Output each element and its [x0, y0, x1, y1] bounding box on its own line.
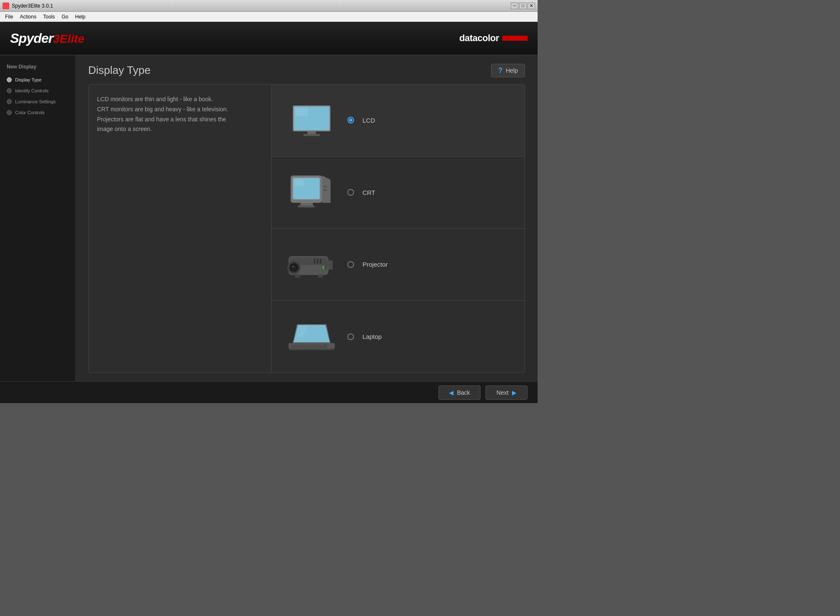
- bullet-identify-controls: [7, 88, 12, 93]
- help-label: Help: [506, 67, 518, 74]
- svg-rect-22: [314, 259, 315, 264]
- svg-rect-43: [319, 344, 321, 346]
- radio-projector[interactable]: [347, 261, 354, 268]
- sidebar-label-luminance-settings: Luminance Settings: [15, 99, 56, 104]
- minimize-button[interactable]: ─: [511, 3, 518, 9]
- svg-rect-36: [298, 344, 301, 346]
- svg-rect-26: [295, 274, 300, 278]
- svg-rect-46: [290, 349, 333, 350]
- window-title: Spyder3Elite 3.0.1: [12, 3, 511, 9]
- menu-file[interactable]: File: [2, 12, 16, 21]
- logo-spyder: Spyder: [10, 31, 53, 46]
- svg-rect-45: [305, 346, 315, 348]
- option-projector[interactable]: Projector: [272, 229, 525, 301]
- svg-rect-14: [323, 189, 327, 191]
- sidebar-item-identify-controls[interactable]: Identify Controls: [7, 87, 75, 95]
- option-lcd[interactable]: LCD: [272, 84, 525, 157]
- svg-rect-5: [295, 108, 308, 116]
- svg-rect-40: [310, 344, 312, 346]
- crt-icon: [284, 171, 339, 213]
- option-crt[interactable]: CRT: [272, 157, 525, 229]
- back-label: Back: [457, 389, 470, 396]
- menu-bar: File Actions Tools Go Help: [0, 12, 538, 22]
- bullet-display-type: [7, 77, 12, 82]
- datacolor-logo: datacolor: [459, 33, 528, 44]
- app-header: Spyder 3 Elite datacolor: [0, 22, 538, 55]
- description-text: LCD monitors are thin and light - like a…: [97, 94, 263, 134]
- sidebar: New Display Display Type Identify Contro…: [0, 55, 76, 381]
- svg-rect-9: [294, 179, 304, 186]
- sidebar-item-display-type[interactable]: Display Type: [7, 76, 75, 84]
- radio-lcd[interactable]: [347, 117, 354, 123]
- back-arrow-icon: ◀: [449, 389, 454, 396]
- svg-rect-1: [303, 134, 320, 136]
- logo-3: 3: [53, 32, 60, 46]
- label-crt: CRT: [362, 189, 375, 196]
- bullet-color-controls: [7, 110, 12, 115]
- svg-rect-41: [313, 344, 315, 346]
- content-header: Display Type ? Help: [88, 64, 525, 77]
- menu-actions[interactable]: Actions: [16, 12, 39, 21]
- svg-point-20: [291, 265, 297, 270]
- svg-rect-27: [318, 274, 323, 278]
- label-laptop: Laptop: [362, 333, 382, 340]
- lcd-icon: [284, 99, 339, 141]
- next-label: Next: [496, 389, 509, 396]
- datacolor-text: datacolor: [459, 33, 499, 44]
- menu-go[interactable]: Go: [58, 12, 72, 21]
- app-footer: ◀ Back Next ▶: [0, 381, 538, 403]
- svg-rect-38: [304, 344, 307, 346]
- title-bar: Spyder3Elite 3.0.1 ─ □ ✕: [0, 0, 538, 12]
- content-body: LCD monitors are thin and light - like a…: [88, 84, 525, 373]
- radio-crt[interactable]: [347, 189, 354, 196]
- description-panel: LCD monitors are thin and light - like a…: [89, 84, 272, 372]
- next-arrow-icon: ▶: [512, 389, 517, 396]
- svg-rect-35: [295, 344, 298, 346]
- laptop-icon: [284, 316, 339, 358]
- svg-rect-34: [292, 344, 295, 346]
- help-icon: ?: [498, 67, 502, 74]
- logo-elite: Elite: [60, 32, 84, 46]
- sidebar-label-color-controls: Color Controls: [15, 110, 45, 115]
- label-projector: Projector: [362, 261, 388, 268]
- maximize-button[interactable]: □: [519, 3, 527, 9]
- svg-point-21: [292, 266, 294, 267]
- svg-rect-12: [298, 205, 315, 207]
- app-body: Spyder 3 Elite datacolor New Display Dis…: [0, 22, 538, 403]
- back-button[interactable]: ◀ Back: [438, 385, 480, 400]
- svg-rect-37: [301, 344, 304, 346]
- svg-rect-13: [323, 186, 327, 188]
- sidebar-section-new-display: New Display: [7, 64, 75, 70]
- sidebar-item-color-controls[interactable]: Color Controls: [7, 108, 75, 117]
- option-laptop[interactable]: Laptop: [272, 301, 525, 372]
- radio-laptop[interactable]: [347, 333, 354, 340]
- svg-rect-24: [320, 259, 321, 264]
- app-icon: [3, 3, 9, 9]
- window-controls: ─ □ ✕: [511, 3, 535, 9]
- svg-rect-44: [322, 344, 324, 346]
- menu-tools[interactable]: Tools: [40, 12, 58, 21]
- content-area: Display Type ? Help LCD monitors are thi…: [76, 55, 538, 381]
- svg-rect-23: [317, 259, 318, 264]
- label-lcd: LCD: [362, 117, 375, 124]
- svg-marker-10: [322, 176, 331, 203]
- app-logo: Spyder 3 Elite: [10, 31, 84, 46]
- sidebar-label-identify-controls: Identify Controls: [15, 88, 48, 93]
- bullet-luminance-settings: [7, 99, 12, 104]
- menu-help[interactable]: Help: [72, 12, 89, 21]
- sidebar-label-display-type: Display Type: [15, 77, 42, 82]
- datacolor-bar: [502, 36, 528, 41]
- svg-rect-39: [307, 344, 310, 346]
- svg-rect-28: [324, 260, 333, 270]
- projector-icon: [284, 244, 339, 286]
- page-title: Display Type: [88, 64, 150, 77]
- options-panel: LCD: [272, 84, 525, 372]
- app-main: New Display Display Type Identify Contro…: [0, 55, 538, 381]
- svg-rect-42: [316, 344, 318, 346]
- close-button[interactable]: ✕: [528, 3, 535, 9]
- next-button[interactable]: Next ▶: [486, 385, 528, 400]
- sidebar-item-luminance-settings[interactable]: Luminance Settings: [7, 97, 75, 106]
- help-button[interactable]: ? Help: [491, 64, 525, 77]
